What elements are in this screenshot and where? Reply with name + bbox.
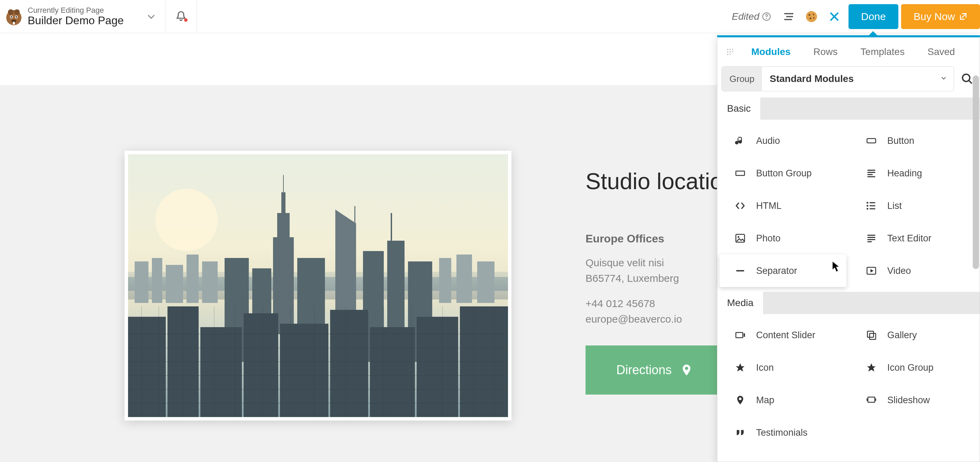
- module-html[interactable]: HTML: [719, 189, 846, 222]
- module-label: HTML: [756, 200, 782, 211]
- svg-point-12: [806, 11, 817, 22]
- panel-pointer-icon: [867, 31, 879, 37]
- drag-handle-icon[interactable]: [727, 49, 735, 55]
- module-icon-group[interactable]: Icon Group: [851, 351, 978, 384]
- panel-tab-rows[interactable]: Rows: [806, 46, 845, 57]
- module-label: Video: [887, 265, 911, 276]
- module-label: Gallery: [887, 330, 917, 341]
- edited-status[interactable]: Edited: [732, 11, 777, 22]
- module-heading[interactable]: Heading: [851, 157, 978, 189]
- group-value: Standard Modules: [762, 73, 934, 84]
- panel-tab-modules[interactable]: Modules: [744, 46, 798, 57]
- svg-rect-21: [135, 262, 148, 303]
- panel-tabs: ModulesRowsTemplatesSaved: [718, 37, 980, 67]
- svg-rect-48: [370, 327, 415, 417]
- star-icon: [865, 362, 878, 373]
- rectangle-icon: [734, 168, 746, 178]
- svg-point-4: [11, 16, 12, 17]
- close-icon: [829, 11, 840, 22]
- module-audio[interactable]: Audio: [719, 124, 846, 157]
- text-lines-icon: [865, 233, 878, 243]
- module-gallery[interactable]: Gallery: [851, 319, 978, 351]
- svg-rect-24: [186, 254, 199, 303]
- section-header-media[interactable]: Media: [718, 292, 980, 314]
- module-content-slider[interactable]: Content Slider: [719, 319, 846, 351]
- group-select[interactable]: Group Standard Modules: [722, 67, 954, 91]
- svg-rect-25: [202, 262, 218, 303]
- module-separator[interactable]: Separator: [719, 254, 846, 287]
- module-slideshow[interactable]: Slideshow: [851, 384, 978, 416]
- button-icon: [865, 135, 878, 146]
- svg-rect-31: [282, 192, 285, 216]
- svg-rect-26: [439, 258, 451, 303]
- module-grid: Content SliderGalleryIconIcon GroupMapSl…: [718, 314, 980, 454]
- module-label: Text Editor: [887, 233, 932, 244]
- module-icon[interactable]: Icon: [719, 351, 846, 384]
- pin-icon: [680, 364, 693, 376]
- external-link-icon: [959, 12, 967, 21]
- search-icon: [961, 73, 974, 85]
- svg-rect-42: [128, 317, 166, 417]
- svg-point-13: [809, 14, 810, 16]
- group-label: Group: [722, 67, 762, 91]
- module-button-group[interactable]: Button Group: [719, 157, 846, 189]
- svg-point-51: [685, 367, 688, 370]
- module-label: Button Group: [756, 168, 812, 179]
- minus-icon: [734, 265, 746, 276]
- star-icon: [734, 362, 746, 373]
- svg-rect-45: [243, 313, 278, 417]
- svg-point-10: [766, 18, 767, 19]
- gallery-icon: [865, 330, 878, 340]
- section-header-basic[interactable]: Basic: [718, 97, 980, 120]
- top-toolbar: Currently Editing Page Builder Demo Page…: [0, 0, 980, 33]
- editing-label: Currently Editing Page: [28, 6, 124, 15]
- slider-icon: [734, 330, 746, 340]
- modules-panel: ModulesRowsTemplatesSaved Group Standard…: [717, 35, 980, 462]
- module-button[interactable]: Button: [851, 124, 978, 157]
- pin-icon: [734, 395, 746, 405]
- panel-tab-templates[interactable]: Templates: [853, 46, 913, 57]
- page-dropdown-toggle[interactable]: [137, 12, 165, 21]
- svg-rect-27: [457, 254, 472, 303]
- buy-now-button[interactable]: Buy Now: [901, 4, 980, 29]
- chevron-down-icon: [146, 12, 156, 21]
- svg-rect-44: [200, 327, 242, 417]
- city-photo[interactable]: [124, 151, 511, 421]
- module-testimonials[interactable]: Testimonials: [719, 416, 846, 449]
- notifications-button[interactable]: [165, 10, 197, 23]
- module-label: Icon: [756, 362, 774, 373]
- outline-button[interactable]: [777, 11, 800, 22]
- office-address: Quisque velit nisi B65774, Luxemberg: [585, 255, 735, 286]
- panel-tab-saved[interactable]: Saved: [920, 46, 963, 57]
- module-label: Content Slider: [756, 330, 815, 341]
- module-list[interactable]: List: [851, 189, 978, 222]
- app-logo: [0, 0, 28, 33]
- scroll-thumb[interactable]: [973, 75, 979, 269]
- svg-point-2: [14, 10, 20, 15]
- directions-button[interactable]: Directions: [585, 346, 724, 395]
- office-title: Europe Offices: [585, 232, 735, 245]
- module-label: Map: [756, 395, 775, 406]
- list-icon: [865, 200, 878, 211]
- svg-point-6: [16, 16, 17, 17]
- module-video[interactable]: Video: [851, 254, 978, 287]
- close-panel-button[interactable]: [823, 11, 846, 22]
- module-text-editor[interactable]: Text Editor: [851, 222, 978, 254]
- svg-rect-32: [283, 175, 284, 194]
- page-title-block[interactable]: Currently Editing Page Builder Demo Page: [28, 6, 137, 27]
- module-photo[interactable]: Photo: [719, 222, 846, 254]
- group-filter-row: Group Standard Modules: [718, 67, 980, 97]
- panel-scrollbar[interactable]: [973, 75, 979, 460]
- svg-rect-8: [13, 22, 15, 25]
- image-icon: [734, 233, 746, 243]
- quote-icon: [734, 427, 746, 438]
- studio-heading: Studio location: [585, 168, 735, 194]
- music-note-icon: [734, 135, 746, 146]
- done-button[interactable]: Done: [848, 4, 898, 29]
- svg-rect-41: [391, 213, 392, 244]
- module-label: Icon Group: [887, 362, 934, 373]
- module-map[interactable]: Map: [719, 384, 846, 416]
- module-label: Separator: [756, 265, 797, 276]
- module-label: Testimonials: [756, 427, 808, 438]
- assistant-button[interactable]: [800, 10, 823, 24]
